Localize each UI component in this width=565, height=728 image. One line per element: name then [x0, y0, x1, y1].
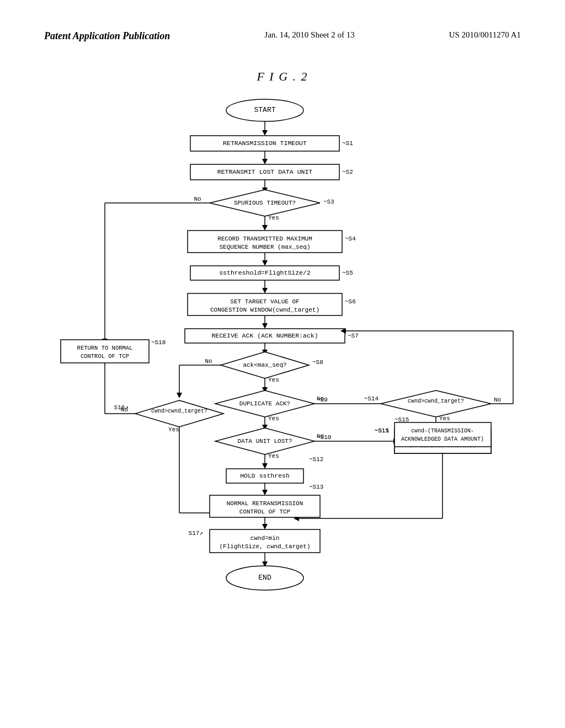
svg-text:~S11: ~S11 [375, 427, 390, 434]
svg-text:cwnd>cwnd_target?: cwnd>cwnd_target? [151, 408, 207, 414]
svg-text:DATA UNIT LOST?: DATA UNIT LOST? [237, 438, 292, 445]
svg-marker-180 [262, 524, 268, 529]
svg-text:Yes: Yes [168, 426, 179, 433]
header-right: US 2010/0011270 A1 [449, 30, 521, 40]
svg-text:Yes: Yes [439, 415, 450, 422]
svg-text:~S13: ~S13 [309, 484, 323, 490]
svg-marker-174 [262, 490, 268, 495]
svg-text:Yes: Yes [268, 377, 279, 383]
svg-text:~S7: ~S7 [348, 333, 359, 339]
svg-marker-93 [262, 260, 268, 266]
svg-text:Yes: Yes [268, 215, 279, 221]
svg-text:cwnd>cwnd_target?: cwnd>cwnd_target? [408, 398, 464, 404]
svg-text:~S2: ~S2 [342, 169, 353, 175]
svg-marker-72 [262, 159, 268, 164]
svg-text:SPURIOUS TIMEOUT?: SPURIOUS TIMEOUT? [234, 200, 296, 206]
svg-text:~S14: ~S14 [364, 395, 379, 402]
svg-text:HOLD ssthresh: HOLD ssthresh [240, 472, 290, 479]
header: Patent Application Publication Jan. 14, … [0, 0, 565, 53]
svg-text:~S18: ~S18 [151, 339, 166, 346]
svg-marker-98 [262, 288, 268, 293]
svg-text:RETRANSMISSION TIMEOUT: RETRANSMISSION TIMEOUT [223, 140, 307, 147]
svg-text:~S1: ~S1 [342, 140, 353, 147]
svg-text:~S15: ~S15 [395, 416, 409, 423]
svg-marker-104 [262, 323, 268, 329]
svg-text:RECORD TRANSMITTED MAXIMUM: RECORD TRANSMITTED MAXIMUM [217, 235, 312, 242]
svg-rect-194 [395, 422, 491, 447]
svg-text:NORMAL RETRANSMISSION: NORMAL RETRANSMISSION [227, 500, 303, 507]
svg-text:DUPLICATE ACK?: DUPLICATE ACK? [239, 400, 290, 407]
svg-marker-67 [262, 130, 268, 136]
svg-marker-83 [262, 225, 268, 231]
header-title: Patent Application Publication [44, 30, 170, 42]
svg-text:cwnd-(TRANSMISSION-: cwnd-(TRANSMISSION- [411, 428, 474, 434]
header-center: Jan. 14, 2010 Sheet 2 of 13 [264, 30, 354, 40]
svg-text:~S6: ~S6 [345, 298, 356, 305]
svg-text:(FlightSize, cwnd_target): (FlightSize, cwnd_target) [219, 543, 310, 550]
svg-text:No: No [317, 433, 324, 440]
svg-text:~S8: ~S8 [312, 359, 323, 366]
svg-text:No: No [121, 406, 128, 413]
svg-text:END: END [258, 574, 271, 582]
svg-text:ssthreshold=FlightSize/2: ssthreshold=FlightSize/2 [219, 269, 311, 276]
svg-marker-119 [177, 393, 182, 398]
svg-text:SEQUENCE NUMBER (max_seq): SEQUENCE NUMBER (max_seq) [219, 244, 310, 250]
svg-text:No: No [494, 397, 501, 403]
svg-text:No: No [317, 395, 324, 402]
svg-text:RETURN TO NORMAL: RETURN TO NORMAL [77, 345, 133, 351]
svg-text:~S5: ~S5 [342, 270, 353, 276]
svg-text:START: START [254, 106, 275, 114]
svg-text:RECEIVE ACK (ACK NUMBER:ack): RECEIVE ACK (ACK NUMBER:ack) [211, 332, 318, 339]
svg-text:ACKNOWLEDGED DATA AMOUNT): ACKNOWLEDGED DATA AMOUNT) [401, 436, 484, 442]
fig-title: F I G . 2 [0, 69, 565, 84]
svg-text:No: No [205, 358, 212, 365]
svg-text:~S12: ~S12 [309, 456, 323, 463]
svg-text:cwnd=min: cwnd=min [250, 535, 280, 542]
svg-text:RETRANSMIT LOST DATA UNIT: RETRANSMIT LOST DATA UNIT [217, 168, 313, 175]
svg-text:CONGESTION WINDOW(cwnd_target): CONGESTION WINDOW(cwnd_target) [210, 307, 319, 313]
svg-text:Yes: Yes [268, 415, 279, 422]
svg-text:CONTROL OF TCP: CONTROL OF TCP [81, 353, 129, 360]
svg-text:CONTROL OF TCP: CONTROL OF TCP [239, 508, 291, 515]
full-diagram: START RETRANSMISSION TIMEOUT ~S1 RETRANS… [28, 94, 546, 625]
svg-marker-157 [262, 463, 268, 469]
svg-text:SET TARGET VALUE OF: SET TARGET VALUE OF [230, 298, 299, 305]
svg-text:Yes: Yes [268, 453, 279, 459]
svg-text:~S3: ~S3 [323, 199, 334, 205]
svg-text:ack<max_seq?: ack<max_seq? [243, 362, 286, 368]
svg-text:~S4: ~S4 [345, 235, 356, 242]
svg-text:S17↗: S17↗ [189, 530, 203, 537]
svg-text:No: No [194, 196, 201, 202]
